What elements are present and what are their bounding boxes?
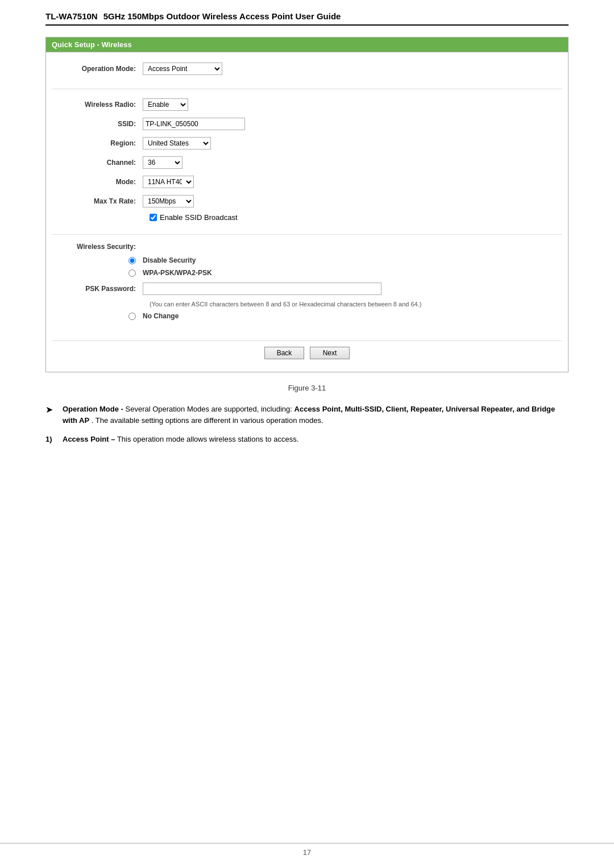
wireless-security-label: Wireless Security: <box>52 243 143 251</box>
mode-control: 11NA HT40 11NA HT20 11A <box>143 176 194 188</box>
ssid-broadcast-label: Enable SSID Broadcast <box>160 213 238 222</box>
operation-mode-description: ➤ Operation Mode - Several Operation Mod… <box>45 404 569 426</box>
disable-security-row: Disable Security <box>52 256 562 264</box>
channel-row: Channel: 36 40 44 48 <box>52 155 562 170</box>
quick-setup-card: Quick Setup - Wireless Operation Mode: A… <box>45 37 569 372</box>
wireless-radio-select[interactable]: Enable Disable <box>143 98 188 111</box>
figure-caption: Figure 3-11 <box>45 384 569 392</box>
page-footer: 17 <box>0 843 614 857</box>
operation-mode-suffix: . The available setting options are diff… <box>92 416 323 425</box>
no-change-label: No Change <box>143 312 179 320</box>
access-point-bold-prefix: Access Point – <box>63 435 115 443</box>
ssid-label: SSID: <box>52 120 143 128</box>
psk-hint: (You can enter ASCII characters between … <box>150 301 562 308</box>
wireless-security-section: Wireless Security: Disable Security WPA-… <box>52 243 562 333</box>
channel-control: 36 40 44 48 <box>143 156 182 169</box>
operation-mode-section: Operation Mode: Access Point Multi-SSID … <box>52 61 562 89</box>
mode-select[interactable]: 11NA HT40 11NA HT20 11A <box>143 176 194 188</box>
bullet-arrow: ➤ <box>45 403 63 417</box>
psk-password-input[interactable] <box>143 283 381 295</box>
ssid-row: SSID: <box>52 117 562 131</box>
operation-mode-control: Access Point Multi-SSID Client Repeater … <box>143 63 222 75</box>
disable-security-label: Disable Security <box>143 256 196 264</box>
channel-select[interactable]: 36 40 44 48 <box>143 156 182 169</box>
region-label: Region: <box>52 139 143 147</box>
button-row: Back Next <box>52 340 562 363</box>
max-tx-rate-label: Max Tx Rate: <box>52 197 143 205</box>
access-point-description-text: Access Point – This operation mode allow… <box>63 434 569 445</box>
wpa-psk-label: WPA-PSK/WPA2-PSK <box>143 269 212 277</box>
wireless-radio-label: Wireless Radio: <box>52 101 143 109</box>
operation-mode-text-body: Several Operation Modes are supported, i… <box>126 405 294 413</box>
wireless-radio-row: Wireless Radio: Enable Disable <box>52 97 562 112</box>
wpa-psk-row: WPA-PSK/WPA2-PSK <box>52 269 562 277</box>
ssid-control <box>143 118 245 130</box>
product-model: TL-WA7510N <box>45 11 98 21</box>
psk-password-control <box>143 283 381 295</box>
disable-security-radio[interactable] <box>128 257 136 264</box>
card-header: Quick Setup - Wireless <box>46 38 568 52</box>
operation-mode-description-text: Operation Mode - Several Operation Modes… <box>63 404 569 426</box>
operation-mode-select[interactable]: Access Point Multi-SSID Client Repeater … <box>143 63 222 75</box>
operation-mode-label: Operation Mode: <box>52 65 143 73</box>
max-tx-rate-control: 150Mbps 54Mbps <box>143 195 194 207</box>
ssid-input[interactable] <box>143 118 245 130</box>
wpa-psk-radio-col <box>52 269 143 277</box>
psk-password-row: PSK Password: <box>52 281 562 296</box>
ssid-broadcast-row: Enable SSID Broadcast <box>150 213 562 222</box>
card-body: Operation Mode: Access Point Multi-SSID … <box>46 52 568 372</box>
numbered-item-num: 1) <box>45 434 63 445</box>
channel-label: Channel: <box>52 159 143 167</box>
operation-mode-bold-prefix: Operation Mode - <box>63 405 123 413</box>
max-tx-rate-row: Max Tx Rate: 150Mbps 54Mbps <box>52 194 562 209</box>
ssid-broadcast-checkbox[interactable] <box>150 214 157 221</box>
wireless-settings-section: Wireless Radio: Enable Disable SSID: <box>52 97 562 235</box>
max-tx-rate-select[interactable]: 150Mbps 54Mbps <box>143 195 194 207</box>
no-change-radio-col <box>52 313 143 320</box>
wireless-security-title-row: Wireless Security: <box>52 243 562 251</box>
wireless-radio-control: Enable Disable <box>143 98 188 111</box>
region-control: United States <box>143 137 211 149</box>
page-title: 5GHz 150Mbps Outdoor Wireless Access Poi… <box>103 11 341 21</box>
psk-password-label: PSK Password: <box>52 285 143 293</box>
region-select[interactable]: United States <box>143 137 211 149</box>
mode-row: Mode: 11NA HT40 11NA HT20 11A <box>52 175 562 189</box>
operation-mode-row: Operation Mode: Access Point Multi-SSID … <box>52 61 562 76</box>
no-change-radio[interactable] <box>128 313 136 320</box>
region-row: Region: United States <box>52 136 562 151</box>
access-point-description: 1) Access Point – This operation mode al… <box>45 434 569 445</box>
access-point-text-body: This operation mode allows wireless stat… <box>117 435 298 443</box>
back-button[interactable]: Back <box>264 347 304 359</box>
disable-security-radio-col <box>52 257 143 264</box>
wpa-psk-radio[interactable] <box>128 269 136 277</box>
page-number: 17 <box>303 848 311 857</box>
no-change-row: No Change <box>52 312 562 320</box>
mode-label: Mode: <box>52 178 143 186</box>
page-header: TL-WA7510N 5GHz 150Mbps Outdoor Wireless… <box>45 11 569 26</box>
next-button[interactable]: Next <box>310 347 350 359</box>
